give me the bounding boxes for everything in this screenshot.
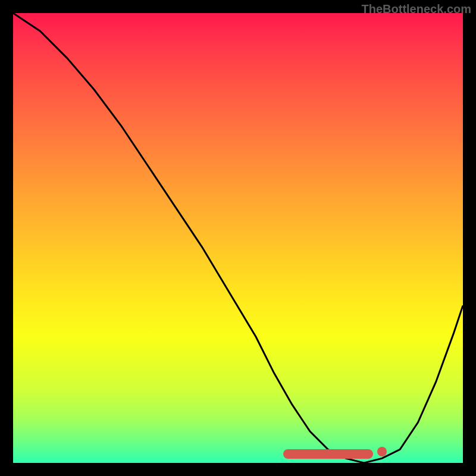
watermark-text: TheBottleneck.com (362, 2, 471, 16)
chart-plot-area (13, 13, 463, 463)
bottleneck-curve (13, 13, 463, 463)
highlight-band (283, 449, 373, 459)
highlight-dot (377, 447, 387, 456)
